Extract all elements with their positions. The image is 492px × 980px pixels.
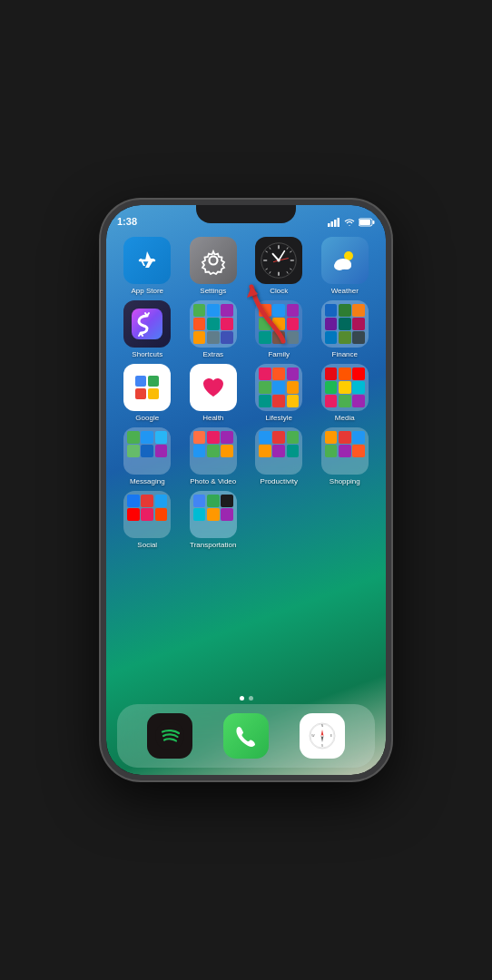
svg-point-7 — [209, 257, 217, 265]
shortcuts-label: Shortcuts — [132, 350, 162, 358]
media-folder-label: Media — [335, 414, 355, 422]
phone-frame: 1:38 — [101, 200, 391, 780]
extras-folder-label: Extras — [202, 350, 223, 358]
messaging-folder-item[interactable]: Messaging — [117, 427, 178, 485]
phone-screen: 1:38 — [106, 205, 386, 775]
svg-point-25 — [278, 259, 280, 261]
transportation-folder-label: Transportation — [190, 541, 236, 549]
photovideo-folder-icon — [190, 427, 237, 475]
notch — [196, 205, 296, 223]
extras-folder-icon — [190, 300, 237, 348]
svg-rect-1 — [331, 221, 334, 227]
page-dots — [106, 696, 386, 701]
svg-point-29 — [342, 262, 351, 270]
battery-icon — [359, 218, 375, 227]
phone-dock-item[interactable] — [223, 713, 269, 759]
finance-folder-icon — [321, 300, 369, 348]
google-label: Google — [135, 414, 159, 422]
extras-folder-item[interactable]: Extras — [183, 300, 244, 358]
svg-rect-30 — [132, 309, 162, 339]
productivity-folder-item[interactable]: Productivity — [249, 427, 310, 485]
google-icon — [123, 364, 171, 411]
messaging-folder-icon — [123, 427, 171, 475]
settings-label: Settings — [200, 287, 226, 295]
safari-dock-item[interactable]: N S E W — [300, 713, 345, 759]
social-folder-label: Social — [137, 541, 157, 549]
empty-slot-2 — [315, 491, 376, 549]
status-icons — [328, 218, 375, 227]
shortcuts-icon — [123, 300, 171, 348]
lifestyle-folder-label: Lifestyle — [266, 414, 292, 422]
home-grid: App Store Settings — [115, 237, 377, 549]
svg-rect-6 — [373, 220, 375, 224]
wifi-icon — [344, 218, 355, 227]
shortcuts-item[interactable]: Shortcuts — [117, 300, 178, 358]
svg-rect-34 — [135, 388, 146, 399]
svg-rect-5 — [359, 220, 370, 225]
empty-slot-1 — [249, 491, 310, 549]
google-item[interactable]: Google — [117, 364, 178, 422]
spotify-dock-item[interactable] — [147, 713, 192, 759]
finance-folder-label: Finance — [332, 350, 358, 358]
family-folder-icon — [255, 300, 302, 348]
signal-icon — [328, 218, 340, 227]
health-label: Health — [202, 414, 223, 422]
shopping-folder-item[interactable]: Shopping — [315, 427, 376, 485]
family-folder-item[interactable]: Family — [249, 300, 310, 358]
shopping-folder-label: Shopping — [330, 477, 360, 485]
svg-point-36 — [155, 721, 184, 750]
svg-rect-33 — [148, 388, 159, 399]
photovideo-folder-label: Photo & Video — [190, 477, 236, 485]
productivity-folder-label: Productivity — [261, 477, 298, 485]
svg-rect-2 — [334, 220, 337, 227]
weather-icon — [321, 237, 369, 284]
clock-item[interactable]: Clock — [249, 237, 310, 295]
app-store-icon — [123, 237, 171, 284]
settings-icon — [190, 237, 237, 284]
page-dot-2 — [249, 696, 253, 701]
shopping-folder-icon — [321, 427, 369, 475]
weather-label: Weather — [331, 287, 359, 295]
media-folder-item[interactable]: Media — [315, 364, 376, 422]
settings-item[interactable]: Settings — [183, 237, 244, 295]
status-time: 1:38 — [117, 216, 137, 227]
family-folder-label: Family — [268, 350, 290, 358]
social-folder-icon — [123, 491, 171, 538]
productivity-folder-icon — [255, 427, 302, 475]
clock-label: Clock — [270, 287, 288, 295]
dock: N S E W — [117, 704, 375, 768]
svg-rect-32 — [148, 376, 159, 387]
lifestyle-folder-item[interactable]: Lifestyle — [249, 364, 310, 422]
health-icon — [190, 364, 237, 411]
media-folder-icon — [321, 364, 369, 411]
page-dot-1 — [240, 696, 244, 701]
svg-rect-31 — [135, 376, 146, 387]
health-item[interactable]: Health — [183, 364, 244, 422]
transportation-folder-icon — [190, 491, 237, 538]
lifestyle-folder-icon — [255, 364, 302, 411]
svg-rect-0 — [328, 223, 330, 227]
weather-item[interactable]: Weather — [315, 237, 376, 295]
app-store-item[interactable]: App Store — [117, 237, 178, 295]
messaging-folder-label: Messaging — [130, 477, 165, 485]
transportation-folder-item[interactable]: Transportation — [183, 491, 244, 549]
social-folder-item[interactable]: Social — [117, 491, 178, 549]
photovideo-folder-item[interactable]: Photo & Video — [183, 427, 244, 485]
finance-folder-item[interactable]: Finance — [315, 300, 376, 358]
svg-rect-3 — [338, 218, 340, 227]
clock-icon — [255, 237, 302, 284]
app-store-label: App Store — [131, 287, 163, 295]
